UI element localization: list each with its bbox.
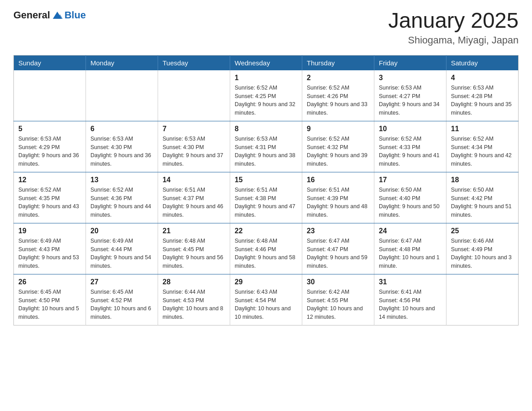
day-info: Sunrise: 6:53 AMSunset: 4:31 PMDaylight:… xyxy=(235,135,297,168)
calendar-cell: 2Sunrise: 6:52 AMSunset: 4:26 PMDaylight… xyxy=(302,70,374,121)
calendar-cell: 4Sunrise: 6:53 AMSunset: 4:28 PMDaylight… xyxy=(446,70,519,121)
day-info: Sunrise: 6:42 AMSunset: 4:55 PMDaylight:… xyxy=(307,288,369,321)
calendar-table: SundayMondayTuesdayWednesdayThursdayFrid… xyxy=(13,55,519,325)
day-number: 25 xyxy=(451,227,514,235)
day-number: 8 xyxy=(235,125,297,133)
calendar-cell: 18Sunrise: 6:50 AMSunset: 4:42 PMDayligh… xyxy=(446,172,519,223)
day-info: Sunrise: 6:45 AMSunset: 4:50 PMDaylight:… xyxy=(18,288,81,321)
calendar-cell: 28Sunrise: 6:44 AMSunset: 4:53 PMDayligh… xyxy=(158,274,230,325)
calendar-cell: 6Sunrise: 6:53 AMSunset: 4:30 PMDaylight… xyxy=(86,121,158,172)
title-block: January 2025 Shiogama, Miyagi, Japan xyxy=(388,9,519,46)
day-number: 6 xyxy=(90,125,153,133)
calendar-title: January 2025 xyxy=(388,9,519,33)
day-info: Sunrise: 6:43 AMSunset: 4:54 PMDaylight:… xyxy=(235,288,297,321)
day-number: 15 xyxy=(235,176,297,184)
day-number: 28 xyxy=(163,278,225,286)
day-number: 31 xyxy=(379,278,442,286)
week-row-2: 5Sunrise: 6:53 AMSunset: 4:29 PMDaylight… xyxy=(14,121,519,172)
weekday-header-saturday: Saturday xyxy=(446,55,519,70)
logo-icon xyxy=(51,9,64,21)
day-info: Sunrise: 6:48 AMSunset: 4:46 PMDaylight:… xyxy=(235,237,297,270)
weekday-header-sunday: Sunday xyxy=(14,55,86,70)
calendar-cell: 24Sunrise: 6:47 AMSunset: 4:48 PMDayligh… xyxy=(374,223,446,274)
day-number: 20 xyxy=(90,227,153,235)
day-info: Sunrise: 6:52 AMSunset: 4:26 PMDaylight:… xyxy=(307,84,369,117)
week-row-1: 1Sunrise: 6:52 AMSunset: 4:25 PMDaylight… xyxy=(14,70,519,121)
day-info: Sunrise: 6:52 AMSunset: 4:34 PMDaylight:… xyxy=(451,135,514,168)
logo-blue-text: Blue xyxy=(64,9,86,21)
weekday-header-thursday: Thursday xyxy=(302,55,374,70)
day-info: Sunrise: 6:51 AMSunset: 4:38 PMDaylight:… xyxy=(235,186,297,219)
day-number: 7 xyxy=(163,125,225,133)
week-row-4: 19Sunrise: 6:49 AMSunset: 4:43 PMDayligh… xyxy=(14,223,519,274)
calendar-cell: 9Sunrise: 6:52 AMSunset: 4:32 PMDaylight… xyxy=(302,121,374,172)
day-info: Sunrise: 6:48 AMSunset: 4:45 PMDaylight:… xyxy=(163,237,225,270)
calendar-cell: 25Sunrise: 6:46 AMSunset: 4:49 PMDayligh… xyxy=(446,223,519,274)
day-number: 9 xyxy=(307,125,369,133)
weekday-header-friday: Friday xyxy=(374,55,446,70)
day-info: Sunrise: 6:53 AMSunset: 4:30 PMDaylight:… xyxy=(163,135,225,168)
day-info: Sunrise: 6:46 AMSunset: 4:49 PMDaylight:… xyxy=(451,237,514,270)
calendar-cell: 12Sunrise: 6:52 AMSunset: 4:35 PMDayligh… xyxy=(14,172,86,223)
day-number: 18 xyxy=(451,176,514,184)
day-info: Sunrise: 6:53 AMSunset: 4:27 PMDaylight:… xyxy=(379,84,442,117)
day-number: 3 xyxy=(379,74,442,82)
day-number: 12 xyxy=(18,176,81,184)
calendar-cell: 30Sunrise: 6:42 AMSunset: 4:55 PMDayligh… xyxy=(302,274,374,325)
day-number: 26 xyxy=(18,278,81,286)
day-number: 5 xyxy=(18,125,81,133)
weekday-header-row: SundayMondayTuesdayWednesdayThursdayFrid… xyxy=(14,55,519,70)
day-info: Sunrise: 6:53 AMSunset: 4:29 PMDaylight:… xyxy=(18,135,81,168)
week-row-5: 26Sunrise: 6:45 AMSunset: 4:50 PMDayligh… xyxy=(14,274,519,325)
calendar-cell: 5Sunrise: 6:53 AMSunset: 4:29 PMDaylight… xyxy=(14,121,86,172)
calendar-cell: 13Sunrise: 6:52 AMSunset: 4:36 PMDayligh… xyxy=(86,172,158,223)
logo-general-text: General xyxy=(13,9,50,21)
week-row-3: 12Sunrise: 6:52 AMSunset: 4:35 PMDayligh… xyxy=(14,172,519,223)
page-header: General Blue January 2025 Shiogama, Miya… xyxy=(13,9,519,46)
weekday-header-tuesday: Tuesday xyxy=(158,55,230,70)
day-info: Sunrise: 6:45 AMSunset: 4:52 PMDaylight:… xyxy=(90,288,153,321)
calendar-subtitle: Shiogama, Miyagi, Japan xyxy=(388,34,519,46)
calendar-cell: 15Sunrise: 6:51 AMSunset: 4:38 PMDayligh… xyxy=(230,172,302,223)
logo: General Blue xyxy=(13,9,86,21)
calendar-cell: 29Sunrise: 6:43 AMSunset: 4:54 PMDayligh… xyxy=(230,274,302,325)
day-number: 21 xyxy=(163,227,225,235)
day-number: 22 xyxy=(235,227,297,235)
day-info: Sunrise: 6:44 AMSunset: 4:53 PMDaylight:… xyxy=(163,288,225,321)
day-info: Sunrise: 6:52 AMSunset: 4:32 PMDaylight:… xyxy=(307,135,369,168)
calendar-cell: 26Sunrise: 6:45 AMSunset: 4:50 PMDayligh… xyxy=(14,274,86,325)
calendar-cell: 17Sunrise: 6:50 AMSunset: 4:40 PMDayligh… xyxy=(374,172,446,223)
day-info: Sunrise: 6:53 AMSunset: 4:28 PMDaylight:… xyxy=(451,84,514,117)
day-number: 17 xyxy=(379,176,442,184)
calendar-cell: 11Sunrise: 6:52 AMSunset: 4:34 PMDayligh… xyxy=(446,121,519,172)
day-number: 13 xyxy=(90,176,153,184)
day-info: Sunrise: 6:51 AMSunset: 4:39 PMDaylight:… xyxy=(307,186,369,219)
day-number: 29 xyxy=(235,278,297,286)
day-number: 30 xyxy=(307,278,369,286)
calendar-cell xyxy=(86,70,158,121)
day-info: Sunrise: 6:50 AMSunset: 4:42 PMDaylight:… xyxy=(451,186,514,219)
weekday-header-monday: Monday xyxy=(86,55,158,70)
day-info: Sunrise: 6:47 AMSunset: 4:47 PMDaylight:… xyxy=(307,237,369,270)
calendar-cell: 21Sunrise: 6:48 AMSunset: 4:45 PMDayligh… xyxy=(158,223,230,274)
calendar-cell: 23Sunrise: 6:47 AMSunset: 4:47 PMDayligh… xyxy=(302,223,374,274)
day-number: 27 xyxy=(90,278,153,286)
calendar-cell: 10Sunrise: 6:52 AMSunset: 4:33 PMDayligh… xyxy=(374,121,446,172)
day-info: Sunrise: 6:52 AMSunset: 4:25 PMDaylight:… xyxy=(235,84,297,117)
calendar-cell: 22Sunrise: 6:48 AMSunset: 4:46 PMDayligh… xyxy=(230,223,302,274)
calendar-cell: 31Sunrise: 6:41 AMSunset: 4:56 PMDayligh… xyxy=(374,274,446,325)
day-number: 23 xyxy=(307,227,369,235)
calendar-cell xyxy=(14,70,86,121)
day-number: 11 xyxy=(451,125,514,133)
day-number: 16 xyxy=(307,176,369,184)
day-number: 10 xyxy=(379,125,442,133)
day-number: 1 xyxy=(235,74,297,82)
calendar-cell: 3Sunrise: 6:53 AMSunset: 4:27 PMDaylight… xyxy=(374,70,446,121)
calendar-cell: 8Sunrise: 6:53 AMSunset: 4:31 PMDaylight… xyxy=(230,121,302,172)
day-info: Sunrise: 6:49 AMSunset: 4:44 PMDaylight:… xyxy=(90,237,153,270)
day-info: Sunrise: 6:52 AMSunset: 4:35 PMDaylight:… xyxy=(18,186,81,219)
day-info: Sunrise: 6:51 AMSunset: 4:37 PMDaylight:… xyxy=(163,186,225,219)
day-info: Sunrise: 6:52 AMSunset: 4:33 PMDaylight:… xyxy=(379,135,442,168)
day-number: 14 xyxy=(163,176,225,184)
calendar-cell: 19Sunrise: 6:49 AMSunset: 4:43 PMDayligh… xyxy=(14,223,86,274)
